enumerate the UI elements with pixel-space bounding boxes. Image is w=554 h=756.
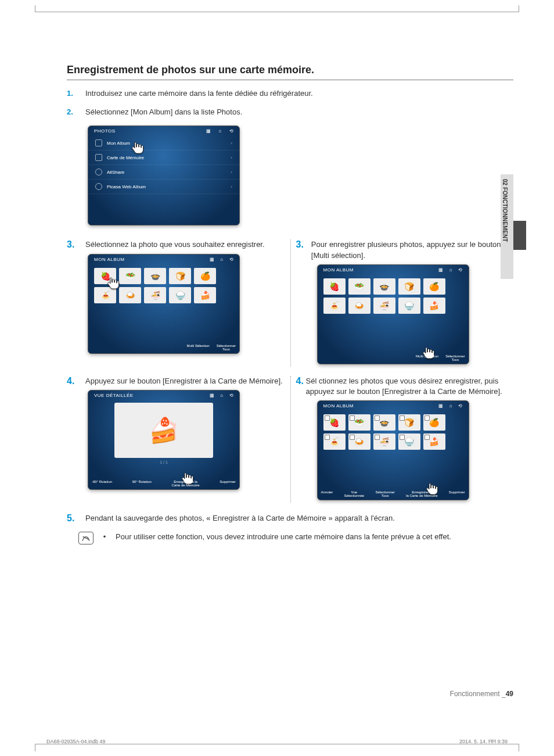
device-bottom-bar: Multi Sélection Sélectionner Tous	[92, 344, 236, 351]
pointing-hand-icon	[106, 277, 120, 291]
sdcard-icon	[95, 154, 102, 161]
device-header-icons: ▦⌂⟲	[204, 257, 233, 262]
step-4-left: 4. Appuyez sur le bouton [Enregistrer à …	[67, 376, 285, 386]
step-text: Appuyez sur le bouton [Enregistrer à la …	[85, 376, 283, 386]
home-icon: ⌂	[449, 403, 452, 409]
device-header-icons: ▦⌂⟲	[204, 393, 233, 398]
back-icon: ⟲	[229, 257, 234, 262]
footer-page-number: 49	[506, 690, 513, 698]
print-metadata: DA68-02935A-04.indb 49 2014. 5. 14. ĦĦ 9…	[46, 739, 508, 744]
select-all-button: Sélectionner Tous	[375, 490, 394, 497]
cancel-button: Annuler	[321, 490, 333, 497]
step-1: 1. Introduisez une carte mémoire dans la…	[67, 88, 513, 99]
step-text: Sélectionnez la photo que vous souhaitez…	[85, 239, 265, 250]
step-number: 3.	[296, 239, 311, 260]
checkbox-icon	[325, 435, 330, 440]
delete-button: Supprimer	[220, 480, 236, 487]
step-4-right: 4. Sél ctionnez les photos que vous dési…	[296, 376, 514, 397]
delete-button: Supprimer	[449, 490, 465, 497]
step-number: 5.	[67, 513, 85, 524]
device-bottom-bar: -90° Rotation 90° Rotation Enregistrer à…	[92, 480, 236, 487]
checkbox-icon	[350, 435, 355, 440]
grid-icon: ▦	[438, 403, 444, 409]
checkbox-icon	[350, 415, 355, 421]
back-icon: ⟲	[458, 267, 463, 273]
chevron-right-icon: ›	[231, 184, 232, 189]
select-all-button: Sélectionner Tous	[445, 354, 465, 361]
pager-label: 1 / 1	[88, 460, 239, 464]
photo-preview: 🍰	[114, 403, 213, 458]
grid-icon: ▦	[438, 267, 444, 273]
chevron-right-icon: ›	[231, 170, 232, 175]
grid-icon: ▦	[210, 393, 215, 398]
device-screenshot-album-multiselect: MON ALBUM ▦⌂⟲ 🍓🥗🍲🍞🍊 🍝🍛🍜🍚🍰 Multi Sélectio…	[317, 264, 469, 364]
note-icon	[78, 532, 93, 544]
note-row: • Pour utiliser cette fonction, vous dev…	[78, 532, 513, 544]
grid-icon: ▦	[206, 128, 211, 134]
page-footer: Fonctionnement _49	[450, 690, 513, 698]
checkbox-icon	[325, 415, 330, 421]
thumbnail-grid: 🍓 🥗 🍲 🍞 🍊 🍝 🍛 🍜 🍚 🍰	[318, 411, 469, 453]
device-header-icons: ▦⌂⟲	[433, 403, 462, 409]
checkbox-icon	[400, 415, 405, 421]
home-icon: ⌂	[220, 393, 223, 398]
checkbox-icon	[425, 415, 430, 421]
device-header-icons: ▦⌂⟲	[433, 267, 462, 273]
checkbox-icon	[375, 435, 380, 440]
step-5: 5. Pendant la sauvegarde des photos, « E…	[67, 513, 513, 524]
grid-icon: ▦	[210, 257, 215, 262]
device-screenshot-photos-list: PHOTOS ▦ ⌂ ⟲ Mon Album› Carte de Mémoire…	[88, 126, 240, 225]
device-header-icons: ▦ ⌂ ⟲	[200, 128, 233, 134]
bullet-icon: •	[100, 532, 109, 542]
home-icon: ⌂	[218, 128, 221, 134]
step-text: Sélectionnez [Mon Album] dans la liste P…	[85, 107, 242, 117]
chevron-right-icon: ›	[231, 141, 232, 146]
step-number: 1.	[67, 88, 85, 99]
device-title: VUE DÉTAILLÉE	[94, 393, 134, 398]
step-3-left: 3. Sélectionnez la photo que vous souhai…	[67, 239, 285, 250]
indb-timestamp: 2014. 5. 14. ĦĦ 9:39	[459, 739, 508, 744]
footer-section: Fonctionnement _	[450, 690, 506, 698]
step-number: 4.	[296, 376, 306, 397]
home-icon: ⌂	[449, 267, 452, 273]
title-rule	[67, 80, 513, 80]
album-icon	[95, 139, 102, 146]
back-icon: ⟲	[458, 403, 463, 409]
checkbox-icon	[375, 415, 380, 421]
save-to-card-button: Enregistrer à la Carte de Mémoire	[172, 480, 200, 487]
multi-select-button: Multi Sélection	[416, 354, 438, 361]
thumbnail-grid: 🍓🥗🍲🍞🍊 🍝🍛🍜🍚🍰	[318, 275, 469, 317]
device-screenshot-detail-view: VUE DÉTAILLÉE ▦⌂⟲ 🍰 1 / 1 -90° Rotation …	[88, 390, 240, 490]
pointing-hand-icon	[130, 141, 144, 155]
chevron-right-icon: ›	[231, 155, 232, 160]
view-selection-button: Vue Sélectionnée	[344, 490, 364, 497]
list-item: Picasa Web Album›	[88, 180, 239, 194]
device-title: MON ALBUM	[94, 257, 125, 262]
picasa-icon	[95, 183, 102, 190]
save-to-card-button: Enregistrer à la Carte de Mémoire	[406, 490, 437, 497]
step-number: 3.	[67, 239, 85, 250]
step-text: Pendant la sauvegarde des photos, « Enre…	[85, 513, 395, 524]
rotate-neg90-button: -90° Rotation	[92, 480, 112, 487]
note-text: Pour utiliser cette fonction, vous devez…	[116, 532, 451, 542]
page-title: Enregistrement de photos sur une carte m…	[67, 64, 513, 76]
device-title: MON ALBUM	[323, 403, 354, 409]
step-text: Pour enregistrer plusieurs photos, appuy…	[311, 239, 513, 260]
indb-file: DA68-02935A-04.indb 49	[46, 739, 106, 744]
step-number: 4.	[67, 376, 85, 386]
select-all-button: Sélectionner Tous	[217, 344, 236, 351]
list-item: Mon Album›	[88, 136, 239, 151]
list-item: AllShare›	[88, 165, 239, 180]
device-title: PHOTOS	[94, 128, 116, 134]
device-screenshot-album-checked: MON ALBUM ▦⌂⟲ 🍓 🥗 🍲 🍞 🍊 🍝 🍛 🍜 🍚 🍰	[317, 400, 469, 500]
step-3-right: 3. Pour enregistrer plusieurs photos, ap…	[296, 239, 514, 260]
checkbox-icon	[400, 435, 405, 440]
checkbox-icon	[425, 435, 430, 440]
device-bottom-bar: Multi Sélection Sélectionner Tous	[321, 354, 465, 361]
allshare-icon	[95, 169, 102, 175]
device-title: MON ALBUM	[323, 267, 354, 273]
step-number: 2.	[67, 107, 85, 117]
home-icon: ⌂	[220, 257, 223, 262]
list-item: Carte de Mémoire›	[88, 151, 239, 165]
step-2: 2. Sélectionnez [Mon Album] dans la list…	[67, 107, 513, 117]
